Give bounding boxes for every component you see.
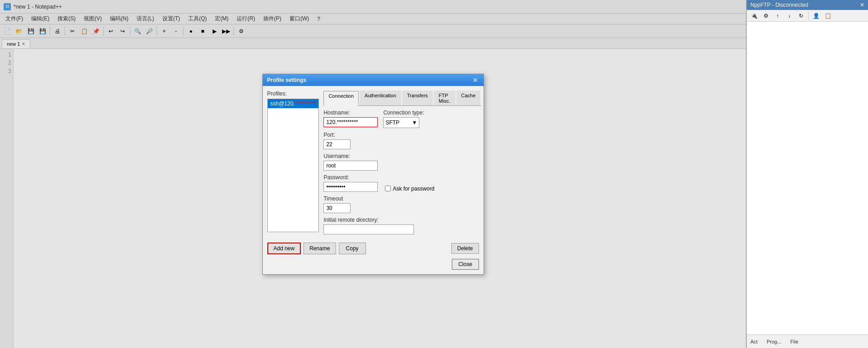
ask-password-checkbox[interactable]: [385, 186, 391, 191]
connection-tab-content: Hostname: Connection type: SFTP ▼: [323, 110, 481, 234]
tab-cache[interactable]: Cache: [456, 91, 481, 105]
conntype-chevron-icon: ▼: [412, 119, 417, 126]
tab-authentication[interactable]: Authentication: [360, 91, 401, 105]
ftp-refresh-btn[interactable]: ↻: [796, 10, 806, 21]
right-panel-footer: Act Prog... File: [747, 334, 868, 348]
dialog-title: Profile settings: [267, 77, 307, 83]
right-panel: NppFTP - Disconnected ✕ 🔌 ⚙ ↑ ↓ ↻ 👤 📋 Ac…: [746, 0, 868, 348]
conntype-select-wrapper: SFTP ▼: [383, 117, 424, 128]
remote-dir-group: Initial remote directory:: [323, 217, 481, 234]
hostname-group: Hostname:: [323, 110, 378, 128]
right-panel-content: [747, 22, 868, 334]
username-label: Username:: [323, 153, 481, 159]
dialog-titlebar: Profile settings ✕: [263, 74, 484, 86]
timeout-label: Timeout: [323, 195, 481, 202]
left-buttons: Add new Rename Copy: [267, 243, 366, 254]
hostname-input[interactable]: [323, 117, 378, 127]
modal-overlay: Profile settings ✕ Profiles: ssh@120.***…: [0, 0, 746, 348]
ftp-settings-btn[interactable]: ⚙: [760, 10, 771, 21]
settings-panel: Connection Authentication Transfers FTP …: [323, 91, 481, 238]
tab-connection[interactable]: Connection: [323, 91, 359, 106]
pass-row: Ask for password: [323, 182, 481, 192]
right-panel-toolbar: 🔌 ⚙ ↑ ↓ ↻ 👤 📋: [747, 10, 868, 22]
profiles-label: Profiles:: [267, 91, 319, 97]
profile-settings-dialog: Profile settings ✕ Profiles: ssh@120.***…: [262, 74, 484, 275]
ask-password-label: Ask for password: [393, 186, 434, 192]
dialog-body: Profiles: ssh@120.********** Connection …: [263, 86, 484, 243]
delete-button[interactable]: Delete: [451, 243, 479, 254]
rename-button[interactable]: Rename: [304, 243, 336, 254]
hostname-conntype-row: Hostname: Connection type: SFTP ▼: [323, 110, 481, 132]
right-panel-header: NppFTP - Disconnected ✕: [747, 0, 868, 10]
footer-act: Act: [750, 339, 758, 344]
remote-dir-input[interactable]: [323, 224, 414, 234]
conntype-display[interactable]: SFTP ▼: [383, 117, 419, 128]
right-panel-close-icon[interactable]: ✕: [860, 2, 864, 8]
tab-transfers[interactable]: Transfers: [402, 91, 433, 105]
profile-item[interactable]: ssh@120.**********: [268, 99, 319, 108]
right-buttons: Delete: [451, 243, 479, 254]
port-label: Port:: [323, 132, 481, 138]
close-dialog-button[interactable]: Close: [452, 259, 479, 270]
settings-tabs: Connection Authentication Transfers FTP …: [323, 91, 481, 106]
ftp-connect-btn[interactable]: 🔌: [749, 10, 759, 21]
profile-name-redacted: **********: [295, 100, 316, 107]
profiles-list: ssh@120.**********: [267, 99, 319, 232]
dialog-close-row: Close: [263, 257, 484, 274]
ask-password-row: Ask for password: [385, 186, 434, 192]
username-group: Username:: [323, 153, 481, 171]
ftp-upload-btn[interactable]: ↑: [772, 10, 783, 21]
ftp-queue-btn[interactable]: 📋: [822, 10, 833, 21]
remote-dir-label: Initial remote directory:: [323, 217, 481, 223]
conntype-value: SFTP: [385, 119, 399, 126]
ftp-download-btn[interactable]: ↓: [784, 10, 795, 21]
footer-prog: Prog...: [767, 339, 781, 344]
tab-ftp-misc[interactable]: FTP Misc.: [434, 91, 455, 105]
dialog-close-button[interactable]: ✕: [472, 77, 479, 83]
ftp-toolbar-sep: [808, 11, 809, 20]
right-panel-title: NppFTP - Disconnected: [750, 2, 808, 8]
ftp-profile-btn[interactable]: 👤: [811, 10, 821, 21]
password-group: Password: Ask for password: [323, 174, 481, 192]
footer-file: File: [790, 339, 798, 344]
profile-name-normal: ssh@120.: [270, 100, 295, 107]
timeout-input[interactable]: [323, 203, 351, 213]
copy-button[interactable]: Copy: [339, 243, 366, 254]
hostname-label: Hostname:: [323, 110, 378, 116]
timeout-group: Timeout: [323, 195, 481, 213]
username-input[interactable]: [323, 161, 378, 171]
password-input[interactable]: [323, 182, 378, 192]
password-label: Password:: [323, 174, 481, 181]
port-group: Port:: [323, 132, 481, 149]
add-new-button[interactable]: Add new: [267, 243, 301, 254]
dialog-btn-row: Add new Rename Copy Delete: [263, 243, 484, 257]
conntype-label: Connection type:: [383, 110, 424, 116]
profiles-panel: Profiles: ssh@120.**********: [267, 91, 319, 238]
conntype-group: Connection type: SFTP ▼: [383, 110, 424, 128]
port-input[interactable]: [323, 139, 351, 149]
